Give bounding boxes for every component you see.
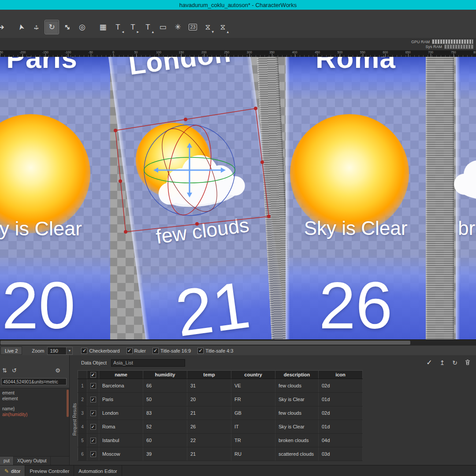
city-title[interactable]: London — [108, 57, 252, 83]
cell-country[interactable]: IT — [231, 420, 275, 434]
xquery-list-item[interactable]: name} — [0, 406, 69, 412]
cell-temp[interactable]: 21 — [187, 447, 231, 461]
cell-country[interactable]: TR — [231, 434, 275, 447]
timer-down-tool[interactable]: ⧖▾ — [201, 20, 215, 34]
column-header-icon[interactable]: icon — [319, 371, 363, 379]
cloud-icon[interactable] — [146, 142, 254, 216]
cell-temp[interactable]: 26 — [187, 420, 231, 434]
request-url-field[interactable] — [1, 378, 67, 385]
table-row[interactable]: 1✓Barcelona6631VEfew clouds02d — [78, 379, 363, 393]
column-header-name[interactable]: name — [99, 371, 143, 379]
cell-country[interactable]: FR — [231, 393, 275, 406]
prev-arrow-tool[interactable]: ➔ — [0, 20, 8, 34]
cell-humidity[interactable]: 50 — [143, 393, 187, 406]
row-checkbox-cell[interactable]: ✓ — [87, 406, 99, 420]
cell-name[interactable]: Istanbul — [99, 434, 143, 447]
text-right-tool[interactable]: T▸ — [126, 20, 140, 34]
weather-description[interactable]: Sky is Clear — [0, 217, 82, 240]
table-row[interactable]: 3✓London8321GBfew clouds02d — [78, 406, 363, 420]
data-object-name-field[interactable] — [111, 359, 185, 367]
cell-description[interactable]: scattered clouds — [275, 447, 319, 461]
cell-description[interactable]: broken clouds — [275, 434, 319, 447]
cell-name[interactable]: London — [99, 406, 143, 420]
horizontal-scrollbar[interactable] — [0, 339, 476, 346]
column-header-humidity[interactable]: humidity — [143, 371, 187, 379]
effects-tool[interactable]: ✳ — [171, 20, 185, 34]
text-up-tool[interactable]: T▴ — [141, 20, 155, 34]
scale-tool[interactable]: ↖↘ — [60, 20, 74, 34]
cell-name[interactable]: Paris — [99, 393, 143, 406]
select-all-checkbox[interactable]: ✓ — [90, 372, 96, 378]
select-tool[interactable]: ➤ — [15, 20, 28, 34]
weather-description[interactable]: Sky is Clear — [286, 217, 426, 239]
cell-icon[interactable]: 01d — [319, 393, 363, 406]
cloud-icon[interactable] — [447, 147, 476, 205]
cell-country[interactable]: VE — [231, 379, 275, 393]
cell-icon[interactable]: 04d — [319, 434, 363, 447]
cell-description[interactable]: Sky is Clear — [275, 420, 319, 434]
checkbox-checkerboard[interactable]: ✓Checkerboard — [81, 348, 119, 354]
cell-name[interactable]: Moscow — [99, 447, 143, 461]
checkbox-ruler[interactable]: ✓Ruler — [126, 348, 146, 354]
temperature-text[interactable]: 20 — [2, 271, 75, 339]
temperature-text[interactable]: 26 — [286, 271, 426, 339]
timer-up-tool[interactable]: ⧖▴ — [216, 20, 230, 34]
calendar-tool[interactable]: 23 — [186, 20, 200, 34]
tab-ditor[interactable]: ✎ditor — [0, 465, 25, 476]
cell-description[interactable]: Sky is Clear — [275, 393, 319, 406]
column-header-description[interactable]: description — [275, 371, 319, 379]
row-checkbox[interactable]: ✓ — [90, 424, 96, 430]
city-title[interactable]: Roma — [286, 57, 426, 74]
orbit-tool[interactable]: ◎ — [75, 20, 89, 34]
cell-country[interactable]: GB — [231, 406, 275, 420]
cell-temp[interactable]: 22 — [187, 434, 231, 447]
temperature-text[interactable]: 21 — [138, 266, 287, 339]
sun-icon[interactable] — [0, 114, 90, 233]
image-tool[interactable]: ▦ — [96, 20, 110, 34]
table-row[interactable]: 2✓Paris5020FRSky is Clear01d — [78, 393, 363, 406]
cell-humidity[interactable]: 83 — [143, 406, 187, 420]
cell-country[interactable]: RU — [231, 447, 275, 461]
weather-description[interactable]: few clouds — [131, 211, 274, 252]
checkbox-title-safe-4-3[interactable]: ✓Title-safe 4:3 — [197, 348, 233, 354]
row-checkbox-cell[interactable]: ✓ — [87, 379, 99, 393]
cell-humidity[interactable]: 39 — [143, 447, 187, 461]
viewport-canvas[interactable]: Paris Sky is Clear 20 London few clouds … — [0, 57, 476, 339]
cell-icon[interactable]: 01d — [319, 420, 363, 434]
row-checkbox-cell[interactable]: ✓ — [87, 393, 99, 406]
weather-panel-paris[interactable]: Paris Sky is Clear 20 — [0, 57, 110, 339]
cell-description[interactable]: few clouds — [275, 379, 319, 393]
textbox-tool[interactable]: ▭ — [156, 20, 170, 34]
cell-humidity[interactable]: 52 — [143, 420, 187, 434]
row-checkbox-cell[interactable]: ✓ — [87, 420, 99, 434]
row-checkbox[interactable]: ✓ — [90, 397, 96, 402]
refresh-icon[interactable]: ↻ — [452, 360, 457, 366]
cell-temp[interactable]: 31 — [187, 379, 231, 393]
table-row[interactable]: 6✓Moscow3921RUscattered clouds03d — [78, 447, 363, 461]
scrollbar-thumb[interactable] — [0, 341, 410, 345]
xquery-list[interactable]: ementelementname}ain(humidity) — [0, 388, 69, 457]
row-checkbox[interactable]: ✓ — [90, 438, 96, 443]
row-checkbox[interactable]: ✓ — [90, 410, 96, 416]
row-checkbox[interactable]: ✓ — [90, 383, 96, 389]
column-header-country[interactable]: country — [231, 371, 275, 379]
zoom-select[interactable]: 190 ▾ — [47, 347, 73, 355]
list-scrollbar[interactable] — [67, 390, 69, 417]
cell-icon[interactable]: 02d — [319, 406, 363, 420]
cell-temp[interactable]: 20 — [187, 393, 231, 406]
tab-preview-controller[interactable]: Preview Controller — [25, 465, 74, 476]
tab-xquery-output[interactable]: XQuery Output — [14, 457, 51, 465]
xquery-list-item[interactable]: ain(humidity) — [0, 412, 69, 417]
row-checkbox-cell[interactable]: ✓ — [87, 434, 99, 447]
settings-gear-icon[interactable]: ⚙ — [55, 367, 60, 374]
cell-icon[interactable]: 03d — [319, 447, 363, 461]
row-checkbox-cell[interactable]: ✓ — [87, 447, 99, 461]
rotate-tool[interactable]: ↻ — [45, 20, 59, 34]
sun-icon[interactable] — [290, 114, 409, 233]
cell-name[interactable]: Roma — [99, 420, 143, 434]
weather-panel-partial[interactable]: broken clouds — [456, 57, 476, 339]
table-row[interactable]: 5✓Istanbul6022TRbroken clouds04d — [78, 434, 363, 447]
cell-icon[interactable]: 02d — [319, 379, 363, 393]
tab-put[interactable]: put — [0, 457, 14, 465]
chevron-down-icon[interactable]: ▾ — [66, 347, 72, 354]
